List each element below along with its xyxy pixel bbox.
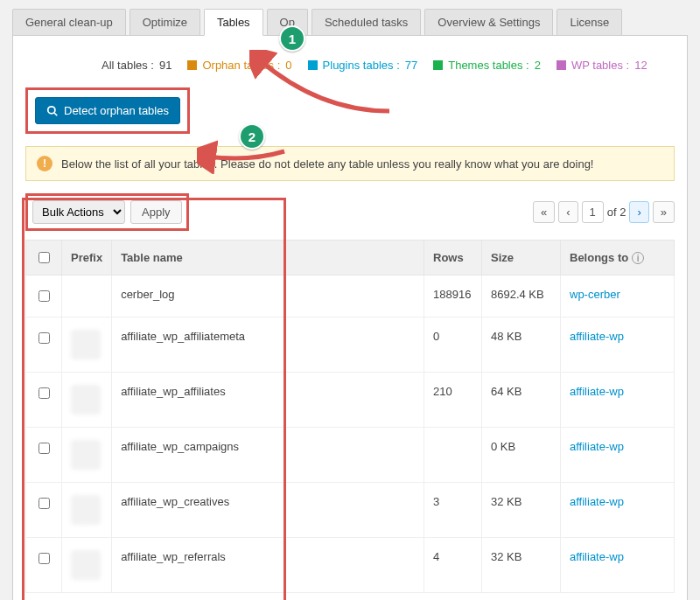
prefix-blur [71, 495, 101, 525]
tab-tables[interactable]: Tables [204, 9, 263, 36]
col-size[interactable]: Size [482, 241, 561, 276]
swatch-icon [87, 60, 96, 70]
filter-count: 12 [634, 59, 647, 72]
filter-label: Plugins tables : [323, 59, 400, 72]
cell-rows: 0 [424, 317, 482, 373]
col-rows[interactable]: Rows [424, 241, 482, 276]
table-row: cerber_log1889168692.4 KBwp-cerber [26, 276, 675, 317]
cell-rows: 188916 [424, 276, 482, 317]
cell-belongs-link[interactable]: wp-cerber [570, 288, 620, 301]
filter-label: WP tables : [571, 59, 629, 72]
cell-size: 64 KB [482, 373, 561, 428]
filter-bar: All tables : 91 Orphan tables : 0 Plugin… [87, 59, 675, 72]
swatch-icon [433, 60, 443, 70]
cell-name: affiliate_wp_affiliatemeta [112, 317, 424, 373]
cell-belongs-link[interactable]: affiliate-wp [570, 495, 624, 508]
filter-count: 2 [535, 59, 541, 72]
cell-name: affiliate_wp_affiliates [112, 373, 424, 428]
cell-name: affiliate_wp_referrals [112, 538, 424, 593]
cell-name: affiliate_wp_creatives [112, 483, 424, 538]
table-row: affiliate_wp_creatives332 KBaffiliate-wp [26, 483, 675, 538]
row-checkbox[interactable] [38, 553, 50, 564]
table-toolbar: Bulk Actions Apply « ‹ 1 of 2 › » [25, 193, 675, 231]
select-all-checkbox[interactable] [38, 252, 50, 263]
row-checkbox[interactable] [38, 498, 50, 509]
tab-license[interactable]: License [556, 9, 622, 36]
filter-plugins[interactable]: Plugins tables : 77 [308, 59, 418, 72]
cell-rows: 3 [424, 483, 482, 538]
detect-orphan-button[interactable]: Detect orphan tables [35, 97, 180, 124]
row-checkbox[interactable] [38, 443, 50, 454]
panel-tables: All tables : 91 Orphan tables : 0 Plugin… [12, 35, 688, 600]
bulk-actions-select[interactable]: Bulk Actions [32, 200, 125, 224]
callout-badge-1: 1 [279, 25, 305, 52]
highlight-bulk-actions: Bulk Actions Apply [25, 193, 189, 231]
swatch-icon [187, 60, 197, 70]
row-checkbox[interactable] [38, 332, 50, 344]
cell-name: affiliate_wp_campaigns [112, 428, 424, 483]
tab-general-cleanup[interactable]: General clean-up [12, 9, 126, 36]
filter-label: All tables : [102, 59, 154, 72]
tab-optimize[interactable]: Optimize [130, 9, 200, 36]
cell-rows [424, 428, 482, 483]
page-next[interactable]: › [629, 201, 648, 223]
pagination: « ‹ 1 of 2 › » [533, 201, 675, 223]
table-row: affiliate_wp_campaigns0 KBaffiliate-wp [26, 428, 675, 483]
tabs-bar: General clean-up Optimize Tables Op Sche… [12, 9, 688, 36]
row-checkbox[interactable] [38, 290, 50, 302]
apply-button[interactable]: Apply [130, 200, 182, 224]
filter-orphan[interactable]: Orphan tables : 0 [187, 59, 291, 72]
cell-rows: 210 [424, 373, 482, 428]
svg-line-1 [54, 112, 58, 115]
filter-label: Orphan tables : [202, 59, 280, 72]
tab-scheduled[interactable]: Scheduled tasks [312, 9, 421, 36]
page-of: of 2 [607, 206, 626, 219]
prefix-blur [71, 550, 101, 580]
page-first[interactable]: « [533, 201, 555, 223]
prefix-blur [71, 440, 101, 470]
swatch-icon [556, 60, 566, 70]
table-row: affiliate_wp_referrals432 KBaffiliate-wp [26, 538, 675, 593]
cell-size: 32 KB [482, 538, 561, 593]
filter-themes[interactable]: Themes tables : 2 [433, 59, 541, 72]
cell-size: 48 KB [482, 317, 561, 373]
prefix-blur [71, 385, 101, 415]
filter-all[interactable]: All tables : 91 [87, 59, 172, 72]
col-belongs[interactable]: Belongs toi [561, 241, 675, 276]
col-name[interactable]: Table name [112, 241, 424, 276]
col-prefix[interactable]: Prefix [62, 241, 112, 276]
highlight-detect-button: Detect orphan tables [25, 87, 190, 134]
filter-count: 91 [159, 59, 172, 72]
warning-text: Below the list of all your tables. Pleas… [61, 157, 593, 171]
tables-grid: Prefix Table name Rows Size Belongs toi … [25, 240, 675, 593]
prefix-blur [71, 330, 101, 359]
row-checkbox[interactable] [38, 387, 50, 399]
cell-belongs-link[interactable]: affiliate-wp [570, 440, 624, 453]
filter-label: Themes tables : [448, 59, 529, 72]
table-row: affiliate_wp_affiliatemeta048 KBaffiliat… [26, 317, 675, 373]
page-last[interactable]: » [653, 201, 675, 223]
cell-belongs-link[interactable]: affiliate-wp [570, 330, 624, 343]
search-icon [46, 105, 59, 117]
filter-count: 77 [405, 59, 417, 72]
cell-size: 32 KB [482, 483, 561, 538]
table-row: affiliate_wp_affiliates21064 KBaffiliate… [26, 373, 675, 428]
page-current[interactable]: 1 [582, 201, 604, 223]
cell-size: 8692.4 KB [482, 276, 561, 317]
warning-alert: ! Below the list of all your tables. Ple… [25, 146, 675, 181]
callout-badge-2: 2 [239, 123, 265, 150]
cell-belongs-link[interactable]: affiliate-wp [570, 385, 624, 398]
cell-belongs-link[interactable]: affiliate-wp [570, 550, 624, 563]
detect-button-label: Detect orphan tables [64, 104, 169, 117]
cell-size: 0 KB [482, 428, 561, 483]
swatch-icon [308, 60, 318, 70]
warning-icon: ! [37, 156, 52, 171]
filter-wp[interactable]: WP tables : 12 [556, 59, 648, 72]
cell-rows: 4 [424, 538, 482, 593]
info-icon[interactable]: i [632, 252, 644, 264]
filter-count: 0 [285, 59, 291, 72]
tab-overview-settings[interactable]: Overview & Settings [424, 9, 553, 36]
cell-name: cerber_log [112, 276, 424, 317]
page-prev[interactable]: ‹ [558, 201, 578, 223]
svg-point-0 [48, 106, 55, 113]
